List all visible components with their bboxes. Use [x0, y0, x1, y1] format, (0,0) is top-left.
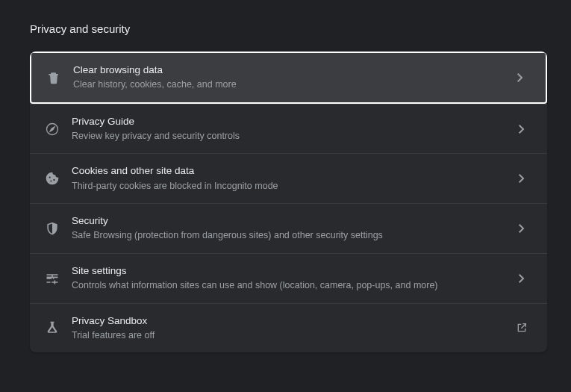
row-body: Clear browsing data Clear history, cooki… [73, 63, 510, 92]
row-title: Clear browsing data [73, 63, 510, 77]
row-body: Site settings Controls what information … [72, 264, 511, 293]
row-subtitle: Safe Browsing (protection from dangerous… [72, 229, 511, 243]
row-security[interactable]: Security Safe Browsing (protection from … [30, 203, 547, 253]
row-body: Security Safe Browsing (protection from … [72, 214, 511, 243]
row-privacy-sandbox[interactable]: Privacy Sandbox Trial features are off [30, 303, 547, 353]
row-subtitle: Trial features are off [72, 329, 511, 343]
open-in-new-icon [511, 322, 532, 334]
row-subtitle: Controls what information sites can use … [72, 279, 511, 293]
shield-icon [45, 221, 72, 236]
row-subtitle: Review key privacy and security controls [72, 130, 511, 143]
row-title: Cookies and other site data [72, 164, 511, 178]
row-body: Cookies and other site data Third-party … [72, 164, 511, 193]
chevron-right-icon [511, 125, 532, 134]
row-title: Site settings [72, 264, 511, 278]
row-title: Privacy Sandbox [72, 314, 511, 328]
row-subtitle: Clear history, cookies, cache, and more [73, 78, 510, 92]
row-body: Privacy Guide Review key privacy and sec… [72, 115, 511, 143]
row-body: Privacy Sandbox Trial features are off [72, 314, 511, 343]
settings-card: Clear browsing data Clear history, cooki… [30, 52, 547, 352]
row-clear-browsing-data[interactable]: Clear browsing data Clear history, cooki… [30, 52, 547, 104]
flask-icon [45, 320, 72, 335]
chevron-right-icon [511, 224, 532, 233]
privacy-security-page: Privacy and security Clear browsing data… [0, 0, 571, 370]
trash-icon [46, 70, 73, 85]
row-subtitle: Third-party cookies are blocked in Incog… [72, 180, 511, 193]
chevron-right-icon [511, 274, 532, 283]
row-privacy-guide[interactable]: Privacy Guide Review key privacy and sec… [30, 104, 547, 154]
chevron-right-icon [511, 174, 532, 183]
row-title: Privacy Guide [72, 115, 511, 128]
cookie-icon [45, 171, 72, 186]
section-title: Privacy and security [30, 22, 547, 35]
tune-icon [45, 271, 72, 286]
chevron-right-icon [510, 73, 531, 82]
compass-icon [45, 122, 72, 137]
row-title: Security [72, 214, 511, 228]
row-cookies[interactable]: Cookies and other site data Third-party … [30, 153, 547, 203]
row-site-settings[interactable]: Site settings Controls what information … [30, 253, 547, 303]
